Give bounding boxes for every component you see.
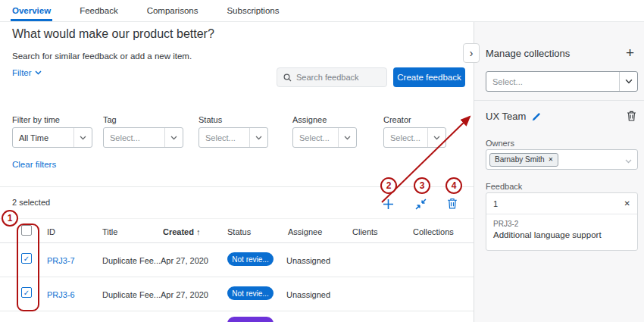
annotation-circle-3: 3 [414, 177, 430, 194]
row-title: Duplicate Fee... [102, 256, 161, 265]
filter-label-creator: Creator [383, 115, 411, 124]
sort-asc-icon: ↑ [196, 227, 201, 236]
filter-select-assignee[interactable]: Select... [292, 127, 357, 148]
filter-select-status[interactable]: Select... [199, 127, 268, 148]
row-assignee: Unassigned [286, 290, 330, 299]
filter-label-assignee: Assignee [292, 115, 327, 124]
search-icon [283, 73, 292, 82]
annotation-circle-2: 2 [380, 177, 397, 194]
merge-icon[interactable] [415, 199, 427, 212]
clear-filters-link[interactable]: Clear filters [12, 160, 56, 169]
feedback-item-title: Additional language support [493, 230, 630, 239]
search-feedback-input[interactable]: Search feedback [277, 67, 387, 87]
filter-select-time[interactable]: All Time [12, 127, 92, 148]
chevron-down-icon [338, 128, 356, 147]
divider [0, 277, 474, 277]
collection-name: UX Team [486, 111, 526, 122]
filter-toggle[interactable]: Filter [12, 68, 42, 77]
chevron-down-icon [35, 70, 42, 75]
add-to-collection-icon[interactable] [383, 199, 394, 212]
filter-label-time: Filter by time [12, 115, 60, 124]
row-status-pill[interactable]: Not revie... [227, 252, 274, 266]
row-assignee: Unassigned [286, 256, 330, 265]
collection-header: UX Team [486, 111, 541, 122]
feedback-app-page: Overview Feedback Comparisons Subscripti… [0, 0, 644, 322]
collection-select[interactable]: Select... [486, 71, 638, 92]
column-created-label: Created [163, 227, 194, 236]
chevron-down-icon [619, 72, 637, 91]
row-id-link[interactable]: PRJ3-6 [47, 290, 75, 299]
column-status[interactable]: Status [227, 227, 251, 236]
filter-select-tag[interactable]: Select... [103, 127, 183, 148]
chevron-down-icon [427, 128, 445, 147]
feedback-item[interactable]: PRJ3-2 Additional language support [486, 214, 637, 239]
chevron-down-icon [625, 153, 632, 167]
column-assignee[interactable]: Assignee [288, 227, 322, 236]
feedback-item-id: PRJ3-2 [493, 220, 630, 228]
delete-collection-icon[interactable] [627, 111, 636, 123]
chevron-right-icon: › [470, 47, 474, 59]
selected-count: 2 selected [12, 198, 50, 207]
edit-icon[interactable] [532, 112, 541, 121]
filter-select-status-value: Select... [199, 133, 249, 142]
delete-icon[interactable] [447, 198, 458, 211]
column-clients[interactable]: Clients [352, 227, 378, 236]
filter-select-creator-value: Select... [384, 133, 427, 142]
annotation-circle-4: 4 [445, 177, 462, 194]
row-status-pill-partial[interactable] [227, 317, 274, 322]
top-tab-bar: Overview Feedback Comparisons Subscripti… [0, 0, 644, 22]
page-title: What would make our product better? [12, 27, 214, 41]
annotation-rect-checkboxes [17, 224, 39, 311]
collapse-panel-button[interactable]: › [463, 43, 480, 63]
row-status-pill[interactable]: Not revie... [227, 286, 274, 300]
chevron-down-icon [164, 128, 183, 147]
divider [0, 242, 474, 243]
feedback-filter-value: 1 [493, 199, 498, 208]
sidebar-title: Manage collections [486, 48, 570, 59]
row-created: Apr 27, 2020 [161, 256, 208, 265]
column-id[interactable]: ID [47, 227, 55, 236]
tab-feedback[interactable]: Feedback [80, 0, 118, 21]
tab-subscriptions[interactable]: Subscriptions [227, 0, 279, 21]
owner-tag-label: Barnaby Smith [495, 155, 545, 164]
divider [474, 100, 644, 101]
filter-select-time-value: All Time [13, 133, 73, 142]
feedback-label: Feedback [486, 182, 522, 191]
row-id-link[interactable]: PRJ3-7 [47, 256, 75, 265]
column-collections[interactable]: Collections [413, 227, 454, 236]
create-feedback-button[interactable]: Create feedback [393, 67, 465, 87]
filter-label-tag: Tag [103, 115, 117, 124]
annotation-circle-1: 1 [2, 210, 18, 227]
manage-collections-panel [474, 22, 644, 322]
divider [0, 218, 474, 219]
divider [0, 311, 474, 311]
filter-toggle-label: Filter [12, 68, 32, 77]
remove-owner-icon[interactable]: ✕ [549, 156, 554, 163]
chevron-down-icon [249, 128, 267, 147]
page-subtitle: Search for similar feedback or add a new… [12, 52, 192, 61]
filter-select-assignee-value: Select... [293, 133, 338, 142]
search-placeholder: Search feedback [296, 73, 359, 82]
collection-select-value: Select... [486, 77, 619, 86]
row-title: Duplicate Fee... [102, 290, 161, 299]
tab-overview[interactable]: Overview [12, 0, 51, 21]
filter-select-tag-value: Select... [104, 133, 164, 142]
owners-select[interactable]: Barnaby Smith ✕ [486, 149, 638, 170]
filter-label-status: Status [199, 115, 222, 124]
owner-tag: Barnaby Smith ✕ [489, 153, 558, 167]
owners-label: Owners [486, 139, 514, 148]
feedback-list-box: 1 ✕ PRJ3-2 Additional language support [486, 192, 638, 251]
feedback-filter-row[interactable]: 1 ✕ [486, 193, 637, 214]
clear-feedback-filter-icon[interactable]: ✕ [624, 199, 630, 208]
tab-comparisons[interactable]: Comparisons [147, 0, 199, 21]
chevron-down-icon [73, 128, 92, 147]
column-created[interactable]: Created ↑ [163, 227, 201, 236]
divider [0, 186, 474, 187]
filter-select-creator[interactable]: Select... [383, 127, 446, 148]
row-created: Apr 27, 2020 [161, 290, 208, 299]
column-title[interactable]: Title [102, 227, 117, 236]
add-collection-icon[interactable]: + [626, 45, 634, 60]
